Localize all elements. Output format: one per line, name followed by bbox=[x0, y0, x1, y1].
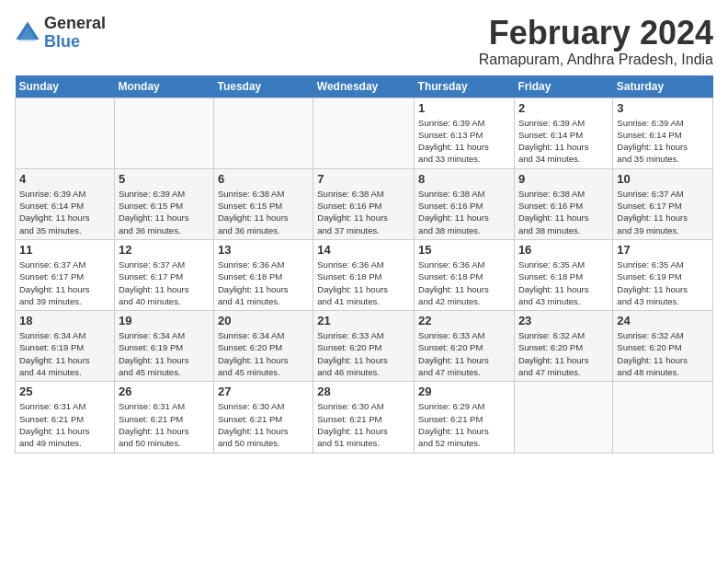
day-cell: 13Sunrise: 6:36 AM Sunset: 6:18 PM Dayli… bbox=[214, 239, 313, 310]
day-info: Sunrise: 6:38 AM Sunset: 6:16 PM Dayligh… bbox=[518, 188, 609, 236]
day-cell: 9Sunrise: 6:38 AM Sunset: 6:16 PM Daylig… bbox=[514, 168, 612, 239]
header-cell-tuesday: Tuesday bbox=[214, 75, 313, 98]
day-number: 2 bbox=[518, 101, 609, 115]
day-cell: 27Sunrise: 6:30 AM Sunset: 6:21 PM Dayli… bbox=[214, 382, 313, 453]
day-info: Sunrise: 6:35 AM Sunset: 6:18 PM Dayligh… bbox=[518, 259, 609, 307]
day-number: 16 bbox=[518, 243, 609, 257]
header-row: SundayMondayTuesdayWednesdayThursdayFrid… bbox=[16, 75, 713, 98]
page-header: General Blue February 2024 Ramapuram, An… bbox=[15, 15, 713, 68]
day-cell: 17Sunrise: 6:35 AM Sunset: 6:19 PM Dayli… bbox=[613, 239, 713, 310]
day-info: Sunrise: 6:38 AM Sunset: 6:15 PM Dayligh… bbox=[218, 188, 309, 236]
day-number: 4 bbox=[19, 172, 110, 186]
title-block: February 2024 Ramapuram, Andhra Pradesh,… bbox=[479, 15, 713, 68]
week-row-1: 4Sunrise: 6:39 AM Sunset: 6:14 PM Daylig… bbox=[16, 168, 713, 239]
header-cell-sunday: Sunday bbox=[16, 75, 115, 98]
day-number: 3 bbox=[617, 101, 709, 115]
day-number: 20 bbox=[218, 314, 309, 327]
day-info: Sunrise: 6:36 AM Sunset: 6:18 PM Dayligh… bbox=[317, 259, 410, 307]
day-info: Sunrise: 6:37 AM Sunset: 6:17 PM Dayligh… bbox=[617, 188, 709, 236]
day-number: 27 bbox=[218, 385, 309, 398]
day-cell bbox=[214, 98, 313, 168]
week-row-0: 1Sunrise: 6:39 AM Sunset: 6:13 PM Daylig… bbox=[16, 98, 713, 168]
day-info: Sunrise: 6:36 AM Sunset: 6:18 PM Dayligh… bbox=[218, 259, 309, 307]
day-number: 8 bbox=[418, 172, 510, 186]
day-cell: 7Sunrise: 6:38 AM Sunset: 6:16 PM Daylig… bbox=[313, 168, 415, 239]
day-info: Sunrise: 6:37 AM Sunset: 6:17 PM Dayligh… bbox=[19, 259, 110, 307]
day-number: 29 bbox=[418, 385, 510, 398]
logo-blue: Blue bbox=[44, 33, 106, 52]
day-number: 13 bbox=[218, 243, 309, 257]
day-number: 23 bbox=[518, 314, 609, 327]
day-info: Sunrise: 6:39 AM Sunset: 6:15 PM Dayligh… bbox=[119, 188, 210, 236]
calendar-body: 1Sunrise: 6:39 AM Sunset: 6:13 PM Daylig… bbox=[16, 98, 713, 453]
day-cell: 1Sunrise: 6:39 AM Sunset: 6:13 PM Daylig… bbox=[415, 98, 515, 168]
day-info: Sunrise: 6:39 AM Sunset: 6:13 PM Dayligh… bbox=[418, 117, 510, 166]
day-cell: 4Sunrise: 6:39 AM Sunset: 6:14 PM Daylig… bbox=[16, 168, 115, 239]
week-row-3: 18Sunrise: 6:34 AM Sunset: 6:19 PM Dayli… bbox=[16, 311, 713, 382]
day-cell: 3Sunrise: 6:39 AM Sunset: 6:14 PM Daylig… bbox=[613, 98, 713, 168]
day-number: 6 bbox=[218, 172, 309, 186]
day-cell: 28Sunrise: 6:30 AM Sunset: 6:21 PM Dayli… bbox=[313, 382, 415, 453]
day-number: 15 bbox=[418, 243, 510, 257]
day-cell bbox=[16, 98, 115, 168]
day-info: Sunrise: 6:39 AM Sunset: 6:14 PM Dayligh… bbox=[518, 117, 609, 166]
day-cell: 20Sunrise: 6:34 AM Sunset: 6:20 PM Dayli… bbox=[214, 311, 313, 382]
day-number: 7 bbox=[317, 172, 410, 186]
day-info: Sunrise: 6:29 AM Sunset: 6:21 PM Dayligh… bbox=[418, 400, 510, 449]
day-number: 10 bbox=[617, 172, 709, 186]
day-number: 9 bbox=[518, 172, 609, 186]
day-number: 22 bbox=[418, 314, 510, 327]
day-info: Sunrise: 6:30 AM Sunset: 6:21 PM Dayligh… bbox=[218, 400, 309, 449]
header-cell-thursday: Thursday bbox=[415, 75, 515, 98]
day-cell: 12Sunrise: 6:37 AM Sunset: 6:17 PM Dayli… bbox=[114, 239, 213, 310]
header-cell-monday: Monday bbox=[114, 75, 213, 98]
calendar-header: SundayMondayTuesdayWednesdayThursdayFrid… bbox=[16, 75, 713, 98]
day-number: 12 bbox=[119, 243, 210, 257]
day-info: Sunrise: 6:38 AM Sunset: 6:16 PM Dayligh… bbox=[418, 188, 510, 236]
day-cell: 14Sunrise: 6:36 AM Sunset: 6:18 PM Dayli… bbox=[313, 239, 415, 310]
day-info: Sunrise: 6:33 AM Sunset: 6:20 PM Dayligh… bbox=[317, 329, 410, 378]
header-cell-saturday: Saturday bbox=[613, 75, 713, 98]
day-info: Sunrise: 6:33 AM Sunset: 6:20 PM Dayligh… bbox=[418, 329, 510, 378]
day-number: 25 bbox=[19, 385, 110, 398]
day-info: Sunrise: 6:32 AM Sunset: 6:20 PM Dayligh… bbox=[617, 329, 709, 378]
week-row-2: 11Sunrise: 6:37 AM Sunset: 6:17 PM Dayli… bbox=[16, 239, 713, 310]
logo-text: General Blue bbox=[44, 15, 106, 52]
day-cell: 6Sunrise: 6:38 AM Sunset: 6:15 PM Daylig… bbox=[214, 168, 313, 239]
day-info: Sunrise: 6:39 AM Sunset: 6:14 PM Dayligh… bbox=[19, 188, 110, 236]
day-number: 19 bbox=[119, 314, 210, 327]
day-number: 17 bbox=[617, 243, 709, 257]
day-number: 11 bbox=[19, 243, 110, 257]
day-number: 14 bbox=[317, 243, 410, 257]
subtitle: Ramapuram, Andhra Pradesh, India bbox=[479, 52, 713, 68]
day-info: Sunrise: 6:38 AM Sunset: 6:16 PM Dayligh… bbox=[317, 188, 410, 236]
day-cell: 11Sunrise: 6:37 AM Sunset: 6:17 PM Dayli… bbox=[16, 239, 115, 310]
day-cell: 21Sunrise: 6:33 AM Sunset: 6:20 PM Dayli… bbox=[313, 311, 415, 382]
day-cell bbox=[514, 382, 612, 453]
day-cell: 8Sunrise: 6:38 AM Sunset: 6:16 PM Daylig… bbox=[415, 168, 515, 239]
logo-general: General bbox=[44, 15, 106, 33]
day-cell: 15Sunrise: 6:36 AM Sunset: 6:18 PM Dayli… bbox=[415, 239, 515, 310]
day-cell: 18Sunrise: 6:34 AM Sunset: 6:19 PM Dayli… bbox=[16, 311, 115, 382]
day-number: 18 bbox=[19, 314, 110, 327]
day-info: Sunrise: 6:39 AM Sunset: 6:14 PM Dayligh… bbox=[617, 117, 709, 166]
day-cell: 19Sunrise: 6:34 AM Sunset: 6:19 PM Dayli… bbox=[114, 311, 213, 382]
day-cell bbox=[114, 98, 213, 168]
day-cell: 22Sunrise: 6:33 AM Sunset: 6:20 PM Dayli… bbox=[415, 311, 515, 382]
day-info: Sunrise: 6:30 AM Sunset: 6:21 PM Dayligh… bbox=[317, 400, 410, 449]
header-cell-wednesday: Wednesday bbox=[313, 75, 415, 98]
day-info: Sunrise: 6:36 AM Sunset: 6:18 PM Dayligh… bbox=[418, 259, 510, 307]
day-number: 28 bbox=[317, 385, 410, 398]
week-row-4: 25Sunrise: 6:31 AM Sunset: 6:21 PM Dayli… bbox=[16, 382, 713, 453]
day-cell: 24Sunrise: 6:32 AM Sunset: 6:20 PM Dayli… bbox=[613, 311, 713, 382]
day-cell: 16Sunrise: 6:35 AM Sunset: 6:18 PM Dayli… bbox=[514, 239, 612, 310]
day-cell bbox=[313, 98, 415, 168]
day-cell: 23Sunrise: 6:32 AM Sunset: 6:20 PM Dayli… bbox=[514, 311, 612, 382]
day-number: 24 bbox=[617, 314, 709, 327]
calendar-table: SundayMondayTuesdayWednesdayThursdayFrid… bbox=[15, 75, 713, 454]
day-info: Sunrise: 6:31 AM Sunset: 6:21 PM Dayligh… bbox=[19, 400, 110, 449]
main-title: February 2024 bbox=[479, 15, 713, 52]
day-number: 1 bbox=[418, 101, 510, 115]
day-info: Sunrise: 6:34 AM Sunset: 6:19 PM Dayligh… bbox=[19, 329, 110, 378]
day-number: 5 bbox=[119, 172, 210, 186]
